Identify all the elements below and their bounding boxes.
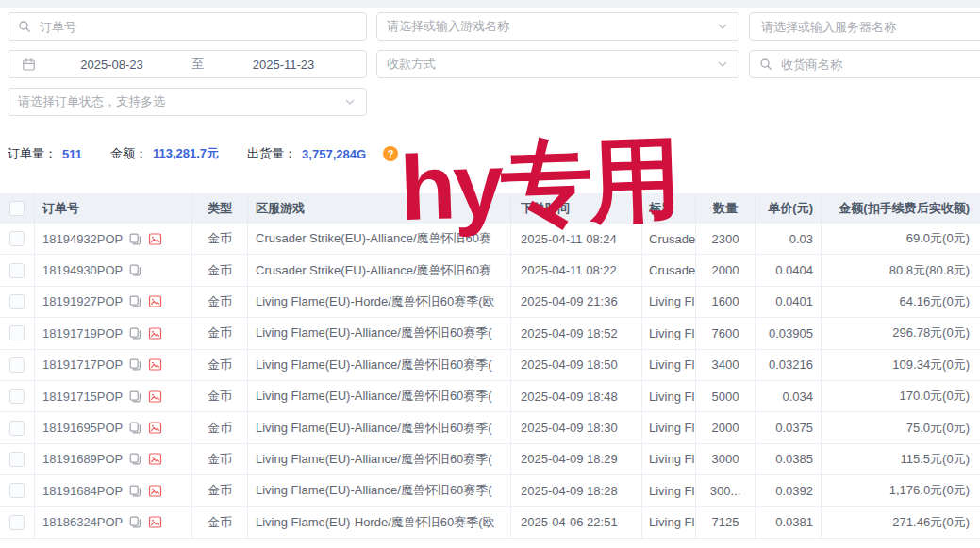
row-checkbox[interactable] (9, 515, 25, 530)
copy-icon[interactable] (128, 515, 142, 529)
unit-price-cell: 0.03 (755, 224, 821, 254)
summary-stats-bar: 订单量： 511 金额： 113,281.7元 出货量： 3,757,284G … (8, 145, 398, 162)
chevron-down-icon (716, 20, 729, 33)
title-cell: Living Fl (641, 350, 695, 380)
top-band (0, 0, 980, 8)
row-checkbox[interactable] (9, 325, 25, 340)
game-server-cell: Living Flame(EU)-Horde/魔兽怀旧60赛季(欧 (247, 507, 510, 538)
row-checkbox[interactable] (9, 452, 25, 467)
quantity-cell: 3400 (695, 350, 755, 380)
image-proof-icon[interactable] (148, 390, 162, 404)
quantity-cell: 2000 (695, 412, 755, 442)
copy-icon[interactable] (128, 484, 142, 498)
image-proof-icon[interactable] (148, 326, 162, 340)
order-time-cell: 2025-04-09 18:28 (510, 475, 641, 506)
image-proof-icon[interactable] (148, 452, 162, 466)
order-time-cell: 2025-04-11 08:24 (510, 224, 641, 254)
type-cell: 金币 (191, 444, 247, 474)
order-status-select[interactable]: 请选择订单状态，支持多选 (8, 88, 367, 116)
date-range-picker[interactable]: 2025-08-23 至 2025-11-23 (8, 50, 367, 78)
order-no-cell: 18191684POP (34, 475, 191, 506)
copy-icon[interactable] (128, 232, 142, 246)
quantity-cell: 5000 (695, 381, 755, 411)
amount-value: 113,281.7元 (153, 145, 219, 162)
amount-cell: 296.78元(0元) (821, 318, 980, 348)
game-server-cell: Crusader Strike(EU)-Alliance/魔兽怀旧60赛 (247, 255, 510, 285)
row-checkbox[interactable] (9, 231, 25, 246)
image-proof-icon[interactable] (148, 484, 162, 498)
title-cell: Living Fl (641, 444, 695, 474)
order-no-cell: 18191715POP (34, 381, 191, 411)
game-server-cell: Living Flame(EU)-Alliance/魔兽怀旧60赛季( (247, 475, 510, 506)
copy-icon[interactable] (128, 326, 142, 340)
column-header-4: 下单时间 (510, 193, 641, 224)
column-header-6: 数量 (695, 193, 755, 224)
order-no: 18191695POP (42, 421, 123, 435)
unit-price-cell: 0.034 (755, 381, 821, 411)
supplier-input[interactable] (779, 57, 980, 73)
search-icon (759, 58, 772, 71)
row-checkbox[interactable] (9, 294, 25, 309)
column-header-3: 区服游戏 (247, 193, 510, 224)
date-end-value[interactable]: 2025-11-23 (214, 58, 353, 72)
row-checkbox[interactable] (9, 357, 25, 373)
supplier-search-input[interactable] (749, 50, 980, 78)
column-header-1: 订单号 (34, 193, 191, 224)
order-no-search-input[interactable] (8, 12, 367, 41)
column-header-7: 单价(元) (755, 193, 821, 224)
unit-price-cell: 0.0404 (755, 255, 821, 285)
row-checkbox[interactable] (9, 263, 25, 278)
image-proof-icon[interactable] (148, 515, 162, 529)
server-input[interactable] (759, 19, 980, 35)
order-time-cell: 2025-04-09 21:36 (510, 287, 641, 317)
status-select-placeholder: 请选择订单状态，支持多选 (18, 93, 337, 110)
order-no-input[interactable] (38, 19, 357, 35)
quantity-cell: 7125 (695, 507, 755, 538)
server-select[interactable] (749, 12, 980, 41)
date-start-value[interactable]: 2025-08-23 (42, 58, 181, 72)
image-proof-icon[interactable] (148, 421, 162, 435)
row-select-cell (0, 412, 34, 442)
game-select[interactable]: 请选择或输入游戏名称 (376, 12, 739, 41)
title-cell: Living Fl (641, 507, 695, 538)
type-cell: 金币 (191, 412, 247, 442)
table-header-row: 订单号类型区服游戏下单时间标题数量单价(元)金额(扣手续费后实收额) (0, 193, 980, 224)
order-no: 18191689POP (42, 452, 123, 466)
order-time-cell: 2025-04-09 18:30 (510, 412, 641, 442)
column-header-8: 金额(扣手续费后实收额) (821, 193, 980, 224)
title-cell: Living Fl (641, 412, 695, 442)
type-cell: 金币 (191, 381, 247, 411)
image-proof-icon[interactable] (148, 357, 162, 372)
select-all-checkbox[interactable] (9, 201, 25, 216)
unit-price-cell: 0.0375 (755, 412, 821, 442)
shipment-label: 出货量： (247, 145, 296, 162)
title-cell: Crusade (641, 255, 695, 285)
quantity-cell: 7600 (695, 318, 755, 348)
copy-icon[interactable] (128, 294, 142, 308)
table-row: 18191695POP金币Living Flame(EU)-Alliance/魔… (0, 412, 980, 443)
row-checkbox[interactable] (9, 483, 25, 498)
game-server-cell: Living Flame(EU)-Alliance/魔兽怀旧60赛季( (247, 381, 510, 411)
row-checkbox[interactable] (9, 389, 25, 404)
type-cell: 金币 (191, 350, 247, 380)
image-proof-icon[interactable] (148, 294, 162, 308)
date-separator: 至 (188, 56, 208, 73)
copy-icon[interactable] (128, 263, 142, 277)
image-proof-icon[interactable] (148, 232, 162, 246)
copy-icon[interactable] (128, 390, 142, 404)
payment-method-select[interactable]: 收款方式 (376, 50, 739, 78)
unit-price-cell: 0.03905 (755, 318, 821, 348)
copy-icon[interactable] (128, 421, 142, 435)
row-checkbox[interactable] (9, 421, 25, 436)
help-icon[interactable]: ? (383, 146, 398, 161)
quantity-cell: 2300 (695, 224, 755, 254)
order-time-cell: 2025-04-09 18:29 (510, 444, 641, 474)
unit-price-cell: 0.0381 (755, 507, 821, 538)
copy-icon[interactable] (128, 357, 142, 372)
unit-price-cell: 0.0392 (755, 475, 821, 506)
copy-icon[interactable] (128, 452, 142, 466)
type-cell: 金币 (191, 507, 247, 538)
amount-cell: 271.46元(0元) (821, 507, 980, 538)
title-cell: Living Fl (641, 318, 695, 348)
table-row: 18191719POP金币Living Flame(EU)-Alliance/魔… (0, 318, 980, 349)
